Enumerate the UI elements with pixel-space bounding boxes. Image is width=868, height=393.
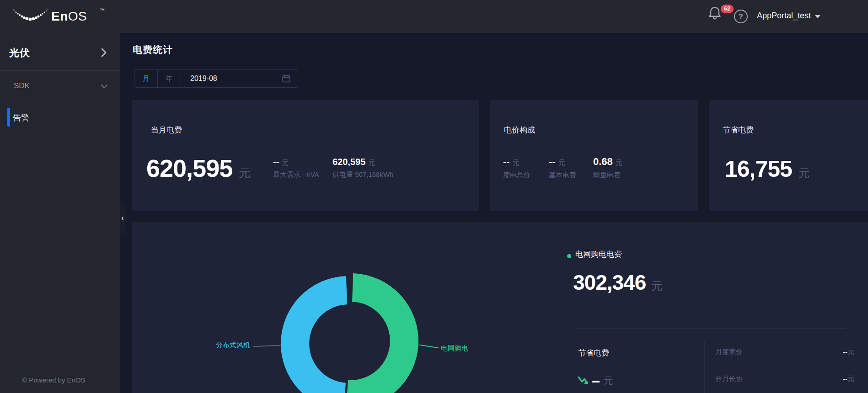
donut-connector-right [419,345,439,349]
stat-label: 度电总价 [503,171,530,180]
card-fee-breakdown: 分布式风机 电网购电 电网购电电费 302,346 元 节省电费 -- 元 月度… [132,222,868,393]
saving-fee-label: 节省电费 [578,348,609,358]
brand-os: OS [68,9,87,23]
row-value: -- [843,375,847,382]
notification-badge: 62 [721,5,734,13]
monthly-fee-value: 620,595 [146,154,232,182]
card-saved-fee: 节省电费 16,755 元 [709,100,868,211]
saving-fee-value: -- [592,374,599,387]
brand-en: En [51,9,68,23]
saving-fee-row: -- 元 [577,374,613,387]
question-mark-icon: ? [739,13,743,21]
saving-fee-unit: 元 [604,375,613,387]
stat-unit: 元 [616,159,622,166]
base-fee-stat: --元 基本电费 [549,156,576,180]
row-label: 分月长协 [715,375,743,383]
date-picker-value: 2019-08 [190,70,217,87]
chevron-left-icon: ‹ [121,213,124,223]
legend-dot-icon [567,254,571,258]
grid-fee-label: 电网购电电费 [575,249,622,260]
monthly-fee-unit: 元 [239,165,251,181]
active-item-indicator [7,108,10,127]
top-bar: EnOS ™ 62 ? AppPortal_test [0,0,868,33]
chevron-down-icon [815,15,820,18]
main-content: 电费统计 月 年 2019-08 当月电费 620,595 元 --元 最大需求… [120,33,868,393]
card-monthly-fee: 当月电费 620,595 元 --元 最大需求 --kVA 620,595元 供… [132,100,479,211]
row-unit: 元 [847,375,854,382]
vertical-divider [704,342,705,393]
chevron-right-icon[interactable] [101,48,107,58]
bell-icon [708,5,722,21]
row-value: -- [843,348,847,356]
max-demand-stat: --元 最大需求 --kVA [273,157,319,179]
help-button[interactable]: ? [734,10,748,23]
stat-label: 供电量 907,168kWh [332,170,393,179]
sidebar: 光伏 SDK 告警 © Powered by EnOS [0,33,120,393]
chevron-down-icon[interactable] [101,84,108,89]
period-date-control: 月 年 2019-08 [134,69,298,88]
sidebar-item-alert[interactable]: 告警 [13,112,29,123]
trend-down-icon [577,375,590,386]
breakdown-row-monthly-bid: 月度竞价 --元 [715,348,854,356]
stat-value: 0.68 [593,156,613,167]
energy-fee-stat: 0.68元 能量电费 [593,156,622,180]
donut-label-wind[interactable]: 分布式风机 [216,341,250,350]
fee-donut-chart [275,271,422,393]
stat-unit: 元 [558,159,565,166]
unit-price-stat: --元 度电总价 [503,156,530,180]
card-title: 电价构成 [504,125,535,135]
saved-fee-value: 16,755 [725,156,792,182]
donut-slice-电网购电[interactable] [346,273,418,393]
notifications-button[interactable]: 62 [708,5,734,27]
stat-label: 能量电费 [593,171,622,180]
toggle-year-button[interactable]: 年 [158,70,181,87]
grid-fee-unit: 元 [651,279,662,293]
user-menu[interactable]: AppPortal_test [757,11,811,21]
sidebar-collapse-button[interactable]: ‹ [120,202,127,235]
calendar-icon[interactable] [281,74,291,84]
donut-label-grid[interactable]: 电网购电 [441,344,468,353]
card-title: 当月电费 [151,125,182,135]
horizontal-divider [574,328,846,329]
brand-logo-text: EnOS [51,9,87,24]
stat-label: 最大需求 --kVA [273,170,319,179]
stat-value: 620,595 [332,157,365,167]
stat-unit: 元 [368,159,375,166]
row-label: 月度竞价 [715,348,743,356]
card-price-composition: 电价构成 --元 度电总价 --元 基本电费 0.68元 能量电费 [490,100,698,211]
brand-trademark: ™ [100,7,105,13]
grid-fee-value-row: 302,346 元 [573,270,662,295]
supply-stat: 620,595元 供电量 907,168kWh [332,157,393,179]
donut-slice-分布式风机[interactable] [281,276,347,393]
page-title: 电费统计 [133,43,173,56]
stat-unit: 元 [513,159,520,166]
breakdown-row-monthly-contract: 分月长协 --元 [715,375,854,383]
card-title: 节省电费 [723,125,754,135]
stat-value: -- [503,156,510,167]
powered-by-footer: © Powered by EnOS [22,376,86,384]
row-unit: 元 [847,348,854,356]
stat-value: -- [273,157,279,167]
sidebar-item-sdk[interactable]: SDK [14,81,30,90]
date-picker-field[interactable]: 2019-08 [181,70,298,87]
sidebar-item-pv[interactable]: 光伏 [9,46,30,60]
stat-label: 基本电费 [549,171,576,180]
saved-fee-unit: 元 [798,166,809,181]
toggle-month-button[interactable]: 月 [134,70,158,87]
enos-logo-icon [12,7,48,27]
stat-unit: 元 [282,159,289,166]
grid-fee-value: 302,346 [573,270,646,295]
stat-value: -- [549,156,556,167]
sidebar-divider [0,70,120,71]
